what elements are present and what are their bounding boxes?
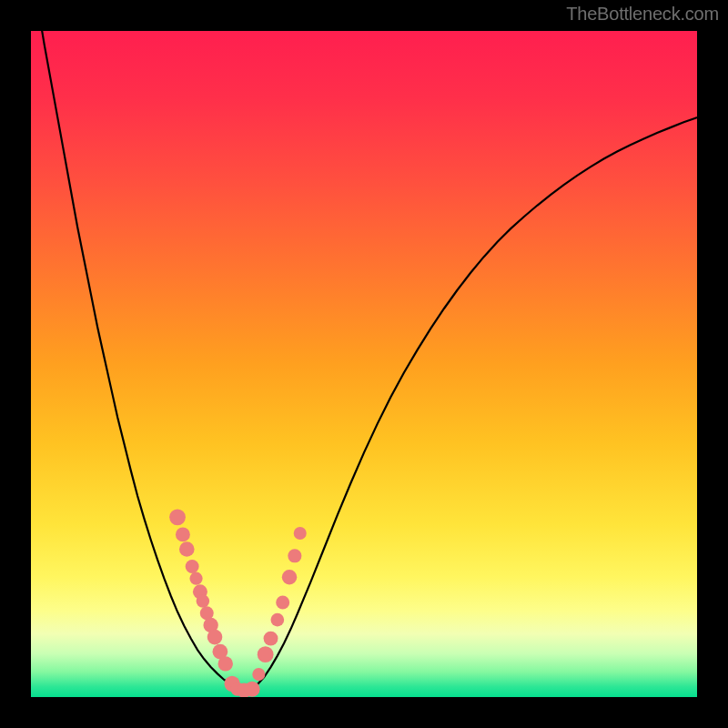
sample-point <box>176 527 190 541</box>
app-frame: TheBottleneck.com <box>0 0 728 728</box>
sample-point <box>270 613 284 627</box>
sample-point <box>179 541 195 557</box>
sample-point <box>276 596 289 610</box>
sample-point <box>197 594 210 608</box>
gradient-background <box>31 31 697 697</box>
sample-point <box>258 646 274 662</box>
sample-point <box>288 549 301 562</box>
sample-point <box>169 509 186 525</box>
watermark-text: TheBottleneck.com <box>566 4 719 25</box>
sample-point <box>264 632 278 646</box>
sample-point <box>189 572 202 585</box>
sample-point <box>294 527 307 540</box>
sample-point <box>282 570 297 584</box>
chart-area <box>31 31 697 697</box>
sample-point <box>244 682 259 697</box>
sample-point <box>218 656 233 671</box>
sample-point <box>186 560 199 573</box>
bottleneck-chart <box>31 31 697 697</box>
sample-point <box>207 630 223 645</box>
sample-point <box>252 668 265 681</box>
